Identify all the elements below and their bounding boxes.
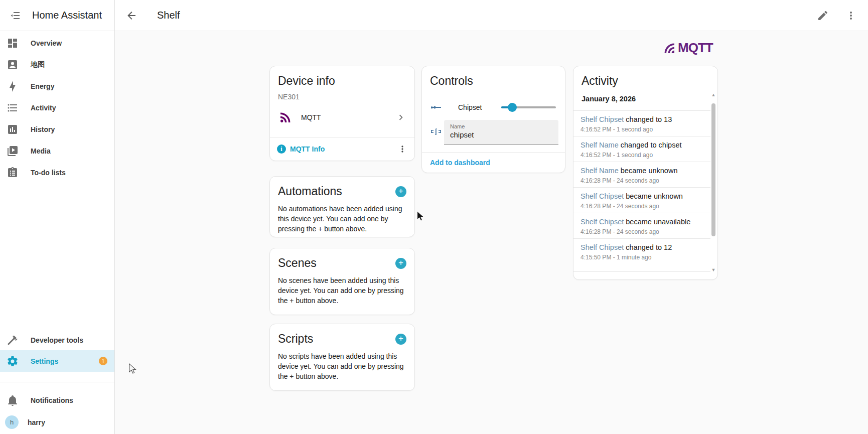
- integration-name: MQTT: [301, 113, 387, 121]
- activity-entry[interactable]: Shelf Chipset became unknown 4:16:28 PM …: [573, 187, 710, 213]
- chevron-right-icon: [395, 112, 406, 123]
- automations-card: Automations + No automations have been a…: [269, 176, 415, 237]
- sidebar-item-map[interactable]: 地图: [0, 54, 114, 75]
- view-dashboard-icon: [7, 37, 19, 49]
- add-to-dashboard-link[interactable]: Add to dashboard: [430, 159, 490, 167]
- scroll-down-icon[interactable]: ▼: [711, 267, 716, 272]
- sidebar-notifications-wrap: Notifications: [0, 389, 114, 411]
- activity-entry[interactable]: Shelf Chipset changed to 13 4:16:52 PM -…: [573, 110, 710, 136]
- sidebar-item-developer-tools[interactable]: Developer tools: [0, 329, 114, 351]
- back-arrow-icon[interactable]: [125, 10, 137, 22]
- entry-event: changed to 13: [624, 115, 672, 123]
- sidebar-item-activity[interactable]: Activity: [0, 97, 114, 118]
- sidebar-item-label: Developer tools: [31, 336, 83, 344]
- entry-time: 4:16:28 PM - 24 seconds ago: [581, 228, 710, 235]
- activity-card: Activity January 8, 2026 Shelf Chipset c…: [573, 66, 718, 280]
- slider-thumb[interactable]: [508, 103, 517, 112]
- entry-event: became unavailable: [624, 218, 690, 226]
- entry-time: 4:16:28 PM - 24 seconds ago: [581, 177, 710, 184]
- activity-entry[interactable]: Shelf Chipset became unavailable 4:16:28…: [573, 213, 710, 238]
- mqtt-logo-text: MQTT: [678, 40, 713, 56]
- entry-event: became unknown: [619, 167, 678, 175]
- entry-time: 4:16:28 PM - 24 seconds ago: [581, 203, 710, 210]
- sidebar-item-overview[interactable]: Overview: [0, 32, 114, 54]
- controls-title: Controls: [430, 74, 557, 88]
- clipboard-list-icon: [7, 167, 19, 179]
- add-automation-button[interactable]: +: [395, 186, 406, 197]
- name-field-label: Name: [450, 123, 552, 129]
- sidebar-nav: Overview 地图 Energy Activity History: [0, 32, 114, 183]
- scroll-up-icon[interactable]: ▲: [711, 92, 716, 97]
- activity-title: Activity: [582, 74, 709, 88]
- scrollbar-thumb[interactable]: [711, 103, 715, 236]
- activity-scrollbar[interactable]: ▲ ▼: [711, 92, 716, 272]
- entry-time: 4:15:50 PM - 1 minute ago: [581, 254, 710, 261]
- activity-entry[interactable]: Shelf Name changed to chipset 4:16:52 PM…: [573, 136, 710, 162]
- scenes-card: Scenes + No scenes have been added using…: [269, 248, 415, 315]
- hammer-icon: [7, 334, 19, 346]
- app-bar: Shelf: [115, 0, 868, 31]
- name-field-input[interactable]: [450, 129, 552, 139]
- mqtt-signal-icon: [662, 41, 677, 56]
- activity-bottom-divider: [573, 271, 710, 272]
- add-script-button[interactable]: +: [395, 334, 406, 345]
- sidebar-item-user[interactable]: h harry: [0, 411, 114, 433]
- page-title: Shelf: [157, 10, 180, 21]
- sidebar-toggle-icon[interactable]: [9, 10, 21, 22]
- device-info-footer: i MQTT Info: [270, 137, 414, 161]
- automations-empty-text: No automations have been added using thi…: [278, 204, 406, 234]
- sidebar-item-history[interactable]: History: [0, 118, 114, 140]
- device-model: NE301: [278, 93, 406, 101]
- main-content: MQTT Device info NE301 MQTT i MQTT Info: [115, 31, 868, 434]
- device-overflow-icon[interactable]: [397, 144, 407, 154]
- chipset-slider[interactable]: [501, 103, 556, 112]
- sidebar-item-developer-tools: Developer tools: [0, 329, 114, 351]
- sidebar-item-label: To-do lists: [31, 169, 66, 177]
- sidebar-item-settings-wrap: Settings 1: [0, 350, 114, 372]
- overflow-menu-icon[interactable]: [845, 10, 857, 22]
- scripts-empty-text: No scripts have been added using this de…: [278, 352, 406, 382]
- account-box-icon: [7, 59, 19, 71]
- sidebar-item-todo[interactable]: To-do lists: [0, 162, 114, 183]
- activity-date-header: January 8, 2026: [582, 95, 709, 103]
- sidebar: Home Assistant Overview 地图 Energy Activi…: [0, 0, 115, 434]
- user-name: harry: [28, 418, 45, 426]
- entry-event: changed to 12: [624, 243, 672, 251]
- sidebar-divider: [0, 382, 114, 382]
- entity-link[interactable]: Shelf Chipset: [581, 192, 624, 200]
- list-bulleted-icon: [7, 102, 19, 114]
- chart-box-icon: [7, 123, 19, 135]
- number-slider-icon: [430, 101, 442, 113]
- entity-link[interactable]: Shelf Chipset: [581, 115, 624, 123]
- entry-event: became unknown: [624, 192, 683, 200]
- activity-list: Shelf Chipset changed to 13 4:16:52 PM -…: [573, 110, 710, 264]
- automations-title: Automations: [278, 185, 342, 198]
- integration-row-mqtt[interactable]: MQTT: [278, 110, 406, 125]
- entry-time: 4:16:52 PM - 1 second ago: [581, 126, 710, 133]
- sidebar-item-label: Overview: [31, 39, 62, 47]
- info-icon: i: [277, 144, 286, 154]
- sidebar-item-notifications[interactable]: Notifications: [0, 389, 114, 411]
- sidebar-header: Home Assistant: [0, 0, 114, 31]
- name-text-field[interactable]: Name: [444, 120, 558, 145]
- settings-badge: 1: [99, 357, 107, 365]
- entry-event: changed to chipset: [619, 141, 682, 149]
- sidebar-item-label: History: [31, 125, 55, 133]
- sidebar-item-settings[interactable]: Settings 1: [0, 350, 114, 372]
- scripts-card: Scripts + No scripts have been added usi…: [269, 324, 415, 391]
- sidebar-item-media[interactable]: Media: [0, 140, 114, 162]
- entity-link[interactable]: Shelf Name: [581, 141, 619, 149]
- entry-time: 4:16:52 PM - 1 second ago: [581, 152, 710, 159]
- entity-link[interactable]: Shelf Chipset: [581, 243, 624, 251]
- add-scene-button[interactable]: +: [395, 258, 406, 269]
- entity-link[interactable]: Shelf Chipset: [581, 218, 624, 226]
- activity-entry[interactable]: Shelf Name became unknown 4:16:28 PM - 2…: [573, 162, 710, 187]
- sidebar-item-label: Settings: [31, 357, 58, 365]
- play-box-icon: [7, 145, 19, 157]
- mqtt-info-link[interactable]: i MQTT Info: [277, 144, 325, 154]
- sidebar-item-energy[interactable]: Energy: [0, 75, 114, 97]
- activity-entry[interactable]: Shelf Chipset changed to 12 4:15:50 PM -…: [573, 238, 710, 264]
- entity-link[interactable]: Shelf Name: [581, 167, 619, 175]
- controls-card: Controls Chipset Name Add to dashboard: [421, 66, 565, 173]
- edit-pencil-icon[interactable]: [817, 10, 829, 22]
